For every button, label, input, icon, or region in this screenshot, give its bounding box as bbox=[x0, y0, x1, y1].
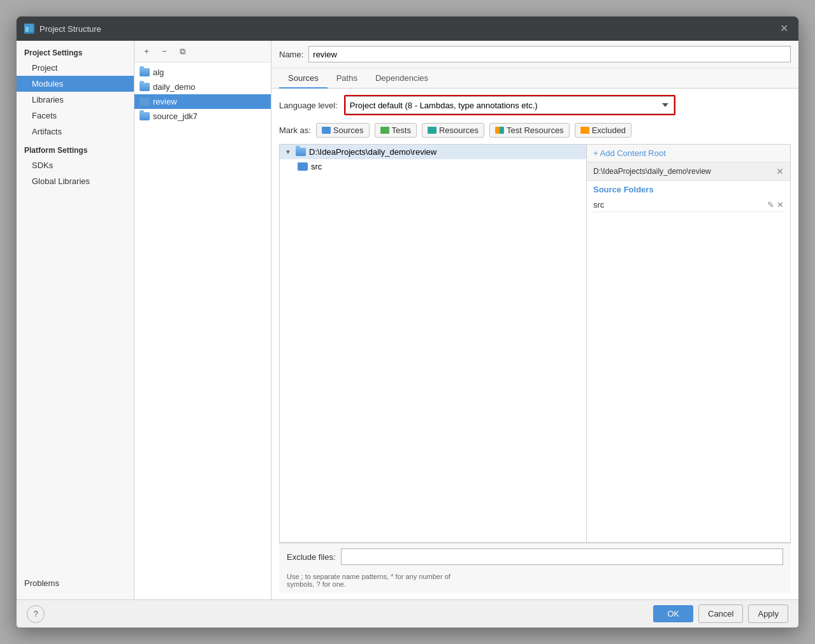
tab-dependencies[interactable]: Dependencies bbox=[366, 69, 437, 89]
tab-paths[interactable]: Paths bbox=[328, 69, 366, 89]
tab-sources[interactable]: Sources bbox=[279, 69, 328, 89]
mark-tests-button[interactable]: Tests bbox=[375, 123, 417, 138]
language-level-label: Language level: bbox=[279, 101, 338, 110]
tree-item-daily-demo[interactable]: daily_demo bbox=[134, 80, 271, 94]
tree-src-label: src bbox=[311, 162, 322, 171]
tree-root-item[interactable]: ▼ D:\IdeaProjects\daily_demo\review bbox=[280, 145, 586, 159]
mark-as-label: Mark as: bbox=[279, 125, 311, 135]
apply-button[interactable]: Apply bbox=[748, 605, 788, 623]
main-content: Name: Sources Paths Dependencies bbox=[271, 41, 798, 599]
add-content-root-row: + Add Content Root bbox=[587, 145, 790, 162]
side-panel: + Add Content Root D:\IdeaProjects\daily… bbox=[587, 144, 791, 543]
source-folders-section: Source Folders src ✎ ✕ bbox=[587, 181, 790, 542]
folder-icon bbox=[140, 68, 150, 76]
help-button[interactable]: ? bbox=[27, 605, 45, 623]
tree-item-alg[interactable]: alg bbox=[134, 65, 271, 80]
remove-content-root-button[interactable]: ✕ bbox=[776, 166, 784, 176]
source-folder-row: src ✎ ✕ bbox=[593, 198, 784, 212]
sidebar-item-global-libraries[interactable]: Global Libraries bbox=[17, 173, 134, 189]
source-folder-name: src bbox=[593, 200, 604, 210]
tabs-bar: Sources Paths Dependencies bbox=[271, 68, 798, 89]
ok-button[interactable]: OK bbox=[653, 605, 693, 622]
app-icon bbox=[24, 24, 34, 34]
content-tree[interactable]: ▼ D:\IdeaProjects\daily_demo\review src bbox=[279, 144, 587, 543]
module-tree-toolbar: + − ⧉ bbox=[134, 41, 271, 62]
sidebar-item-facets[interactable]: Facets bbox=[17, 108, 134, 124]
sidebar-item-artifacts[interactable]: Artifacts bbox=[17, 124, 134, 140]
sources-folder-icon bbox=[322, 127, 331, 134]
svg-rect-1 bbox=[29, 25, 33, 32]
chevron-down-icon[interactable]: ▼ bbox=[285, 148, 292, 155]
edit-source-folder-button[interactable]: ✎ bbox=[767, 200, 774, 210]
close-button[interactable]: ✕ bbox=[777, 22, 791, 35]
content-root-path: D:\IdeaProjects\daily_demo\review bbox=[593, 167, 711, 176]
src-folder-icon bbox=[298, 162, 308, 171]
add-module-button[interactable]: + bbox=[140, 45, 154, 59]
folder-icon bbox=[140, 112, 150, 120]
sidebar-item-problems[interactable]: Problems bbox=[17, 572, 134, 594]
mark-resources-button[interactable]: Resources bbox=[422, 123, 484, 138]
sidebar-item-sdks[interactable]: SDKs bbox=[17, 157, 134, 173]
tree-src-item[interactable]: src bbox=[280, 159, 586, 174]
name-label: Name: bbox=[279, 50, 303, 59]
path-header: D:\IdeaProjects\daily_demo\review ✕ bbox=[587, 162, 790, 181]
source-folder-actions: ✎ ✕ bbox=[767, 200, 784, 210]
remove-module-button[interactable]: − bbox=[157, 45, 171, 59]
mark-excluded-button[interactable]: Excluded bbox=[575, 123, 631, 138]
dialog-title: Project Structure bbox=[40, 24, 101, 34]
source-folders-title: Source Folders bbox=[593, 185, 784, 194]
exclude-hint: Use ; to separate name patterns, * for a… bbox=[279, 570, 791, 593]
bottom-bar: ? OK Cancel Apply bbox=[17, 599, 798, 627]
title-bar-left: Project Structure bbox=[24, 24, 101, 34]
name-input[interactable] bbox=[308, 46, 791, 62]
platform-settings-header: Platform Settings bbox=[17, 140, 134, 157]
mark-test-resources-button[interactable]: Test Resources bbox=[489, 123, 570, 138]
tree-item-source-jdk7[interactable]: source_jdk7 bbox=[134, 109, 271, 124]
project-structure-dialog: Project Structure ✕ Project Settings Pro… bbox=[16, 16, 799, 628]
tab-content-sources: Language level: Project default (8 - Lam… bbox=[271, 89, 798, 599]
add-content-root-button[interactable]: + Add Content Root bbox=[593, 148, 666, 158]
tests-folder-icon bbox=[380, 127, 389, 134]
sidebar: Project Settings Project Modules Librari… bbox=[17, 41, 134, 599]
test-resources-folder-icon bbox=[495, 127, 504, 134]
content-area: ▼ D:\IdeaProjects\daily_demo\review src bbox=[279, 144, 791, 543]
excluded-folder-icon bbox=[581, 127, 589, 134]
resources-folder-icon bbox=[428, 127, 436, 134]
language-level-row: Language level: Project default (8 - Lam… bbox=[279, 95, 791, 115]
exclude-files-input[interactable] bbox=[341, 548, 783, 565]
remove-source-folder-button[interactable]: ✕ bbox=[777, 200, 784, 210]
sidebar-item-libraries[interactable]: Libraries bbox=[17, 92, 134, 108]
cancel-button[interactable]: Cancel bbox=[698, 605, 743, 623]
svg-rect-0 bbox=[25, 27, 29, 32]
project-settings-header: Project Settings bbox=[17, 46, 134, 60]
title-bar: Project Structure ✕ bbox=[17, 17, 798, 41]
sidebar-item-modules[interactable]: Modules bbox=[17, 76, 134, 92]
copy-module-button[interactable]: ⧉ bbox=[175, 45, 189, 59]
dialog-body: Project Settings Project Modules Librari… bbox=[17, 41, 798, 599]
mark-sources-button[interactable]: Sources bbox=[316, 123, 370, 138]
language-level-select-wrap: Project default (8 - Lambdas, type annot… bbox=[344, 95, 675, 115]
sidebar-item-project[interactable]: Project bbox=[17, 60, 134, 76]
language-level-select[interactable]: Project default (8 - Lambdas, type annot… bbox=[345, 96, 674, 114]
root-folder-icon bbox=[296, 148, 306, 156]
folder-icon bbox=[140, 83, 150, 91]
folder-icon-selected bbox=[140, 97, 150, 106]
module-tree-list: alg daily_demo review source_jdk7 bbox=[134, 62, 271, 599]
exclude-files-row: Exclude files: bbox=[279, 543, 791, 570]
name-bar: Name: bbox=[271, 41, 798, 68]
tree-item-review[interactable]: review bbox=[134, 94, 271, 109]
mark-as-row: Mark as: Sources Tests Resources bbox=[279, 123, 791, 138]
exclude-files-label: Exclude files: bbox=[287, 552, 336, 562]
module-tree-panel: + − ⧉ alg daily_demo bbox=[134, 41, 271, 599]
tree-root-label: D:\IdeaProjects\daily_demo\review bbox=[309, 147, 436, 157]
